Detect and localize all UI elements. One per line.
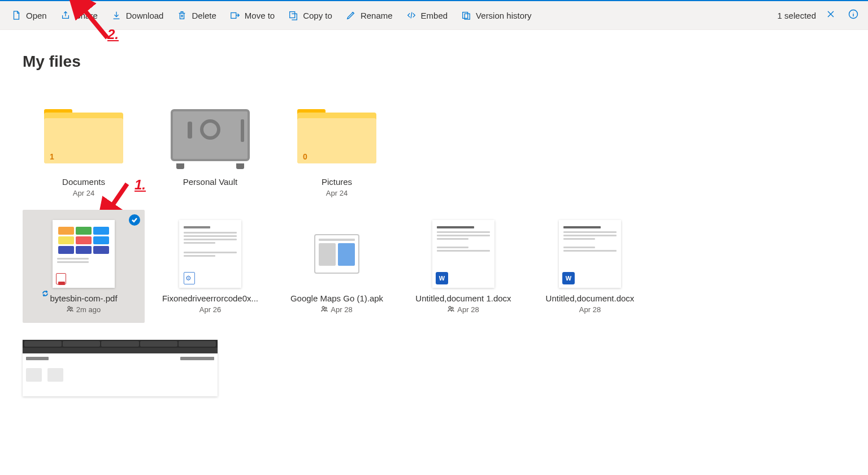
- share-icon: [60, 10, 71, 20]
- file-tile-docx[interactable]: W Untitled,document.docx Apr 28: [529, 210, 651, 323]
- download-icon: [111, 10, 121, 20]
- folder-tile-pictures[interactable]: 0 Pictures Apr 24: [276, 93, 398, 206]
- file-tile-image[interactable]: [23, 340, 218, 396]
- version-history-label: Version history: [476, 11, 531, 20]
- svg-rect-2: [463, 12, 468, 19]
- copy-icon: [288, 10, 298, 20]
- code-icon: [406, 10, 416, 20]
- sync-icon: [42, 289, 49, 299]
- folder-icon: 0: [276, 103, 398, 171]
- svg-rect-1: [290, 12, 295, 18]
- copy-to-label: Copy to: [303, 11, 332, 20]
- trash-icon: [177, 10, 187, 20]
- file-thumbnail: W: [529, 220, 651, 288]
- file-date: Apr 28: [331, 305, 352, 314]
- share-button[interactable]: Share: [54, 1, 105, 29]
- download-label: Download: [126, 11, 164, 20]
- file-name: Untitled,document.docx: [546, 293, 635, 303]
- page-title: My files: [23, 53, 845, 71]
- move-to-button[interactable]: Move to: [223, 1, 281, 29]
- info-icon: [848, 9, 858, 21]
- share-label: Share: [75, 11, 98, 20]
- images-row: [23, 340, 845, 396]
- move-to-label: Move to: [245, 11, 275, 20]
- svg-point-5: [68, 306, 70, 309]
- download-button[interactable]: Download: [105, 1, 171, 29]
- file-tile-pdf[interactable]: bytesbin-com-.pdf 2m ago: [23, 210, 145, 323]
- file-tile-text[interactable]: Fixonedriveerrorcode0x... Apr 26: [149, 210, 271, 323]
- svg-point-8: [325, 307, 327, 309]
- svg-point-7: [322, 306, 324, 309]
- folder-name: Personal Vault: [183, 177, 237, 187]
- folder-tile-personal-vault[interactable]: Personal Vault: [149, 93, 271, 206]
- clear-selection-button[interactable]: [821, 1, 841, 29]
- rename-button[interactable]: Rename: [339, 1, 400, 29]
- selection-count: 1 selected: [775, 11, 818, 20]
- embed-label: Embed: [421, 11, 448, 20]
- info-button[interactable]: [843, 1, 863, 29]
- files-row: bytesbin-com-.pdf 2m ago Fixonedriveerro…: [23, 210, 845, 323]
- open-button[interactable]: Open: [5, 1, 54, 29]
- file-thumbnail: [149, 220, 271, 288]
- file-date: Apr 28: [457, 305, 479, 314]
- folder-tile-documents[interactable]: 1 Documents Apr 24: [23, 93, 145, 206]
- file-name: Google Maps Go (1).apk: [290, 293, 383, 303]
- embed-button[interactable]: Embed: [400, 1, 455, 29]
- close-icon: [826, 10, 835, 21]
- folder-name: Documents: [62, 177, 105, 187]
- svg-point-9: [449, 306, 451, 309]
- open-label: Open: [26, 11, 47, 20]
- delete-button[interactable]: Delete: [170, 1, 223, 29]
- folder-icon: 1: [23, 103, 145, 171]
- shared-icon: [321, 305, 328, 314]
- toolbar-right-group: 1 selected: [775, 1, 863, 29]
- file-thumbnail: [276, 220, 398, 288]
- file-tile-docx[interactable]: W Untitled,document 1.docx Apr 28: [402, 210, 524, 323]
- shared-icon: [67, 305, 73, 314]
- file-date: Apr 26: [199, 305, 221, 314]
- folder-date: Apr 24: [73, 189, 94, 197]
- copy-to-button[interactable]: Copy to: [281, 1, 339, 29]
- image-thumbnail: [23, 340, 218, 396]
- file-name: Untitled,document 1.docx: [415, 293, 511, 303]
- word-badge-icon: W: [562, 272, 575, 284]
- shared-icon: [448, 305, 454, 314]
- pencil-icon: [346, 10, 356, 20]
- folder-name: Pictures: [322, 177, 352, 187]
- file-name: bytesbin-com-.pdf: [50, 293, 117, 303]
- file-icon: [11, 10, 21, 20]
- svg-point-10: [452, 307, 453, 309]
- file-date: Apr 28: [579, 305, 601, 314]
- word-badge-icon: W: [436, 272, 448, 284]
- folders-row: 1 Documents Apr 24 Personal Vault 0 Pict…: [23, 93, 845, 206]
- history-icon: [461, 10, 471, 20]
- file-thumbnail: W: [402, 220, 524, 288]
- svg-rect-0: [231, 13, 236, 19]
- file-thumbnail: [23, 220, 145, 288]
- folder-date: Apr 24: [326, 189, 348, 197]
- file-name: Fixonedriveerrorcode0x...: [162, 293, 258, 303]
- vault-icon: [149, 103, 271, 171]
- rename-label: Rename: [361, 11, 393, 20]
- file-date: 2m ago: [76, 305, 101, 314]
- content-area: My files 2. 1. 1 Documents Apr 24 Person…: [0, 30, 868, 396]
- command-bar: Open Share Download Delete Move to Copy …: [0, 1, 868, 30]
- svg-point-6: [71, 307, 72, 309]
- version-history-button[interactable]: Version history: [454, 1, 538, 29]
- file-tile-apk[interactable]: Google Maps Go (1).apk Apr 28: [276, 210, 398, 323]
- delete-label: Delete: [192, 11, 216, 20]
- move-icon: [230, 10, 240, 20]
